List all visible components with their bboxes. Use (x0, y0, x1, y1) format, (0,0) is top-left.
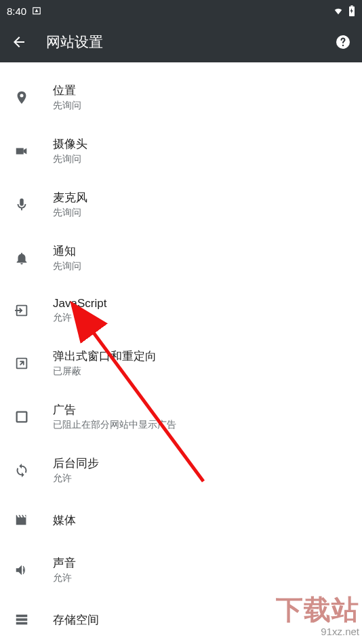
setting-label: 麦克风 (53, 190, 87, 205)
setting-item-location[interactable]: 位置 先询问 (0, 71, 362, 124)
setting-item-ads[interactable]: 广告 已阻止在部分网站中显示广告 (0, 390, 362, 443)
location-icon (14, 89, 30, 106)
open-in-new-icon (14, 355, 30, 371)
setting-label: 媒体 (53, 512, 76, 528)
setting-item-notifications[interactable]: 通知 先询问 (0, 231, 362, 285)
status-bar: 8:40 (0, 0, 362, 22)
svg-rect-6 (17, 411, 27, 422)
setting-item-background-sync[interactable]: 后台同步 允许 (0, 443, 362, 497)
setting-item-microphone[interactable]: 麦克风 先询问 (0, 178, 362, 231)
setting-sub: 已阻止在部分网站中显示广告 (53, 419, 176, 431)
camera-icon (14, 143, 30, 159)
app-bar: 网站设置 (0, 22, 362, 62)
setting-sub: 先询问 (53, 207, 87, 219)
setting-sub: 先询问 (53, 100, 81, 112)
setting-label: 弹出式窗口和重定向 (53, 348, 157, 364)
setting-label: 摄像头 (53, 136, 87, 152)
setting-label: 位置 (53, 83, 81, 98)
setting-item-popups[interactable]: 弹出式窗口和重定向 已屏蔽 (0, 336, 362, 390)
battery-icon (348, 5, 355, 16)
help-icon (335, 34, 351, 50)
wifi-icon (332, 6, 344, 16)
page-title: 网站设置 (46, 33, 316, 52)
setting-sub: 允许 (53, 312, 106, 324)
setting-item-sound[interactable]: 声音 允许 (0, 543, 362, 597)
svg-rect-1 (350, 5, 353, 7)
mic-icon (14, 197, 30, 213)
settings-list: 位置 先询问 摄像头 先询问 麦克风 先询问 通知 先询问 (0, 62, 362, 643)
setting-label: JavaScript (53, 297, 106, 310)
setting-label: 后台同步 (53, 456, 99, 471)
setting-sub: 已屏蔽 (53, 365, 157, 378)
setting-item-media[interactable]: 媒体 (0, 497, 362, 543)
svg-rect-9 (16, 622, 28, 625)
volume-icon (14, 562, 30, 578)
help-button[interactable] (335, 34, 351, 50)
svg-rect-8 (16, 618, 28, 621)
setting-label: 广告 (53, 402, 176, 418)
bell-icon (14, 250, 30, 266)
square-icon (14, 409, 30, 425)
setting-sub: 先询问 (53, 260, 81, 273)
back-button[interactable] (11, 34, 27, 50)
setting-label: 通知 (53, 243, 81, 259)
setting-sub: 允许 (53, 472, 99, 485)
storage-icon (14, 611, 30, 628)
setting-item-storage[interactable]: 存储空间 (0, 597, 362, 643)
status-alert-icon (32, 6, 41, 16)
sync-icon (14, 462, 30, 479)
movie-icon (14, 512, 30, 528)
setting-sub: 先询问 (53, 153, 87, 165)
setting-label: 存储空间 (53, 612, 99, 628)
setting-sub: 允许 (53, 572, 76, 584)
setting-item-javascript[interactable]: JavaScript 允许 (0, 285, 362, 336)
setting-item-camera[interactable]: 摄像头 先询问 (0, 124, 362, 178)
login-icon (14, 302, 30, 319)
setting-label: 声音 (53, 555, 76, 571)
status-time: 8:40 (7, 5, 26, 17)
svg-rect-7 (16, 615, 28, 618)
arrow-back-icon (11, 34, 27, 50)
svg-point-3 (342, 45, 344, 46)
